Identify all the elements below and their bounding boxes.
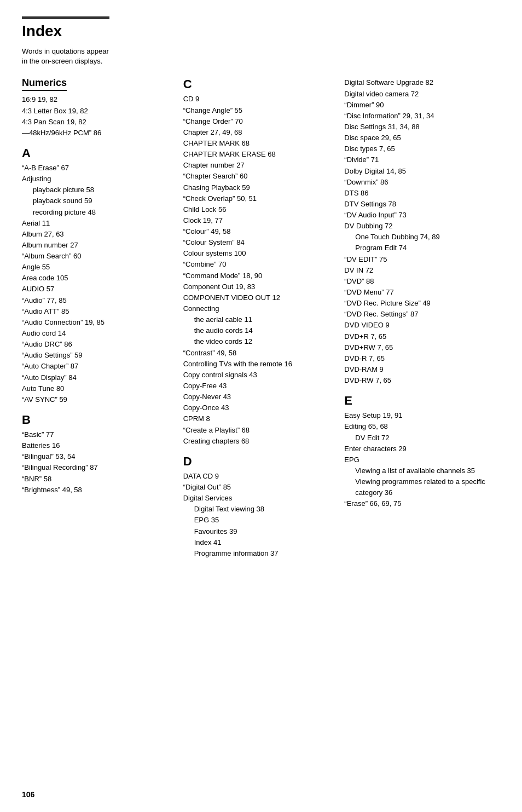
list-item: CHAPTER MARK 68 bbox=[183, 138, 335, 149]
list-item: DV Edit 72 bbox=[344, 433, 496, 444]
list-item: the video cords 12 bbox=[183, 336, 335, 347]
a-list: “A-B Erase” 67Adjustingplayback picture … bbox=[22, 163, 173, 405]
list-item: playback picture 58 bbox=[22, 185, 173, 195]
list-item: Index 41 bbox=[183, 537, 335, 548]
list-item: “DVD Menu” 77 bbox=[344, 287, 496, 298]
list-item: Child Lock 56 bbox=[183, 204, 335, 215]
list-item: Copy control signals 43 bbox=[183, 370, 335, 381]
list-item: EPG bbox=[344, 454, 496, 465]
list-item: Auto Tune 80 bbox=[22, 383, 173, 394]
list-item: One Touch Dubbing 74, 89 bbox=[344, 232, 496, 243]
list-item: —48kHz/96kHz PCM” 86 bbox=[22, 128, 173, 139]
list-item: “Erase” 66, 69, 75 bbox=[344, 498, 496, 509]
list-item: Disc Settings 31, 34, 88 bbox=[344, 122, 496, 133]
list-item: Digital Services bbox=[183, 493, 335, 504]
b-list: “Basic” 77Batteries 16“Bilingual” 53, 54… bbox=[22, 429, 173, 496]
list-item: Clock 19, 77 bbox=[183, 215, 335, 226]
list-item: DVD+R 7, 65 bbox=[344, 331, 496, 342]
list-item: “Combine” 70 bbox=[183, 259, 335, 270]
list-item: “A-B Erase” 67 bbox=[22, 163, 173, 174]
list-item: Connecting bbox=[183, 303, 335, 314]
list-item: “DVD Rec. Picture Size” 49 bbox=[344, 298, 496, 309]
list-item: “Audio” 77, 85 bbox=[22, 295, 173, 306]
section-b-letter: B bbox=[22, 413, 173, 427]
list-item: Digital Software Upgrade 82 bbox=[344, 77, 496, 88]
list-item: Copy-Free 43 bbox=[183, 381, 335, 391]
list-item: DVD VIDEO 9 bbox=[344, 320, 496, 331]
list-item: “Disc Information” 29, 31, 34 bbox=[344, 111, 496, 122]
list-item: Digital video camera 72 bbox=[344, 89, 496, 100]
list-item: Controlling TVs with the remote 16 bbox=[183, 359, 335, 370]
list-item: 4:3 Pan Scan 19, 82 bbox=[22, 117, 173, 128]
list-item: “Brightness” 49, 58 bbox=[22, 485, 173, 496]
list-item: Enter characters 29 bbox=[344, 444, 496, 454]
list-item: “Digital Out” 85 bbox=[183, 482, 335, 493]
list-item: 4:3 Letter Box 19, 82 bbox=[22, 106, 173, 117]
list-item: Viewing a list of available channels 35 bbox=[344, 465, 496, 476]
list-item: Creating chapters 68 bbox=[183, 436, 335, 447]
page-container: Index Words in quotations appear in the … bbox=[22, 16, 506, 559]
numerics-list: 16:9 19, 824:3 Letter Box 19, 824:3 Pan … bbox=[22, 94, 173, 139]
list-item: “Bilingual Recording” 87 bbox=[22, 462, 173, 473]
list-item: Component Out 19, 83 bbox=[183, 281, 335, 292]
list-item: “Dimmer” 90 bbox=[344, 100, 496, 111]
page-number-footer: 106 bbox=[22, 790, 34, 799]
column-3: Digital Software Upgrade 82Digital video… bbox=[344, 77, 506, 509]
list-item: “Audio Settings” 59 bbox=[22, 350, 173, 361]
list-item: EPG 35 bbox=[183, 515, 335, 526]
list-item: Aerial 11 bbox=[22, 218, 173, 229]
list-item: Easy Setup 19, 91 bbox=[344, 410, 496, 421]
list-item: “Create a Playlist” 68 bbox=[183, 425, 335, 436]
list-item: 16:9 19, 82 bbox=[22, 94, 173, 105]
e-list: Easy Setup 19, 91Editing 65, 68DV Edit 7… bbox=[344, 410, 496, 509]
list-item: “DV EDIT” 75 bbox=[344, 254, 496, 265]
list-item: DATA CD 9 bbox=[183, 471, 335, 482]
list-item: “Change Angle” 55 bbox=[183, 105, 335, 116]
d-continued-list: Digital Software Upgrade 82Digital video… bbox=[344, 77, 496, 386]
list-item: “Downmix” 86 bbox=[344, 177, 496, 188]
list-item: Chapter 27, 49, 68 bbox=[183, 127, 335, 138]
section-e-letter: E bbox=[344, 394, 496, 408]
list-item: recording picture 48 bbox=[22, 207, 173, 218]
numerics-heading: Numerics bbox=[22, 77, 67, 91]
list-item: “Audio ATT” 85 bbox=[22, 306, 173, 317]
list-item: “Divide” 71 bbox=[344, 154, 496, 165]
list-item: Favourites 39 bbox=[183, 526, 335, 537]
list-item: Digital Text viewing 38 bbox=[183, 504, 335, 515]
list-item: Disc space 29, 65 bbox=[344, 133, 496, 143]
list-item: DVD-R 7, 65 bbox=[344, 353, 496, 364]
section-a-letter: A bbox=[22, 146, 173, 160]
list-item: DV Dubbing 72 bbox=[344, 221, 496, 232]
list-item: Chapter number 27 bbox=[183, 160, 335, 171]
d-list: DATA CD 9“Digital Out” 85Digital Service… bbox=[183, 471, 335, 559]
list-item: “DV Audio Input” 73 bbox=[344, 210, 496, 221]
list-item: Copy-Never 43 bbox=[183, 391, 335, 402]
list-item: “Contrast” 49, 58 bbox=[183, 348, 335, 359]
list-item: “DVD” 88 bbox=[344, 276, 496, 287]
list-item: DVD+RW 7, 65 bbox=[344, 342, 496, 353]
list-item: Album number 27 bbox=[22, 240, 173, 251]
list-item: “DVD Rec. Settings” 87 bbox=[344, 309, 496, 320]
list-item: DV IN 72 bbox=[344, 265, 496, 276]
list-item: Programme information 37 bbox=[183, 548, 335, 559]
list-item: playback sound 59 bbox=[22, 195, 173, 206]
section-d-letter: D bbox=[183, 454, 335, 469]
list-item: Album 27, 63 bbox=[22, 229, 173, 240]
section-c-letter: C bbox=[183, 77, 335, 91]
list-item: “Change Order” 70 bbox=[183, 116, 335, 127]
list-item: Colour systems 100 bbox=[183, 248, 335, 259]
list-item: Copy-Once 43 bbox=[183, 402, 335, 413]
list-item: the aerial cable 11 bbox=[183, 314, 335, 325]
list-item: Program Edit 74 bbox=[344, 243, 496, 254]
list-item: “Colour System” 84 bbox=[183, 237, 335, 248]
list-item: “Auto Chapter” 87 bbox=[22, 361, 173, 372]
list-item: “Album Search” 60 bbox=[22, 251, 173, 262]
list-item: Area code 105 bbox=[22, 273, 173, 284]
page-title: Index bbox=[22, 22, 506, 40]
list-item: Batteries 16 bbox=[22, 440, 173, 451]
list-item: CPRM 8 bbox=[183, 413, 335, 424]
list-item: CHAPTER MARK ERASE 68 bbox=[183, 149, 335, 160]
list-item: CD 9 bbox=[183, 94, 335, 105]
list-item: AUDIO 57 bbox=[22, 284, 173, 295]
list-item: “Chapter Search” 60 bbox=[183, 171, 335, 182]
